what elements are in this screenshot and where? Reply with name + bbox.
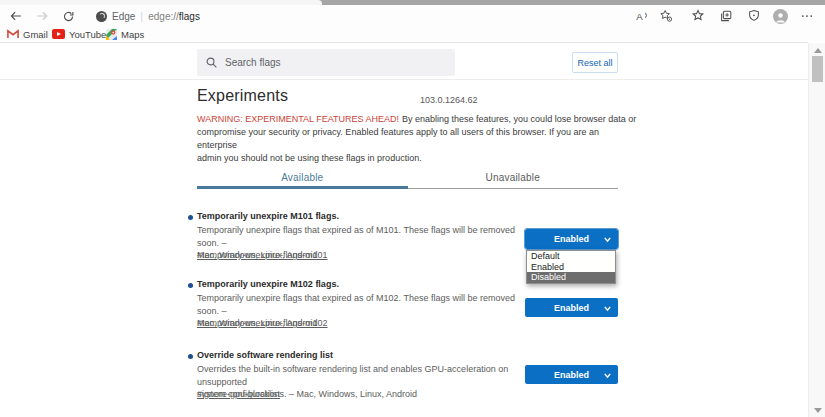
add-favorite-button[interactable] (658, 8, 674, 24)
toolbar: Edge | edge://flags A (0, 5, 825, 26)
url-path: flags (179, 11, 200, 22)
bookmark-label: Gmail (23, 29, 48, 40)
back-button[interactable] (8, 8, 24, 24)
flag-bullet (188, 283, 193, 288)
tab-indicator-inactive (408, 188, 618, 189)
flag-permalink[interactable]: #temporary-unexpire-flags-m102 (197, 318, 328, 328)
search-input[interactable] (225, 57, 425, 68)
refresh-button[interactable] (60, 8, 76, 24)
maps-icon (106, 29, 117, 40)
favorites-icon (691, 9, 705, 23)
browser-essentials-button[interactable] (746, 8, 762, 24)
scrollbar-up-arrow[interactable] (814, 48, 822, 53)
bookmark-label: YouTube (69, 29, 106, 40)
profile-avatar (773, 9, 788, 24)
flag-select-m102[interactable]: Enabled (525, 298, 618, 317)
favorites-button[interactable] (690, 8, 706, 24)
bookmark-youtube[interactable]: YouTube (52, 27, 106, 41)
flag-permalink[interactable]: #ignore-gpu-blocklist (197, 389, 280, 399)
collections-button[interactable] (718, 8, 734, 24)
read-aloud-button[interactable]: A (634, 8, 650, 24)
dropdown-option-disabled[interactable]: Disabled (527, 272, 615, 283)
scrollbar-thumb[interactable] (812, 56, 823, 82)
forward-icon (35, 9, 49, 23)
browser-window: Edge | edge://flags A Gmail (0, 0, 825, 417)
site-label: Edge (112, 11, 135, 22)
flag-permalink[interactable]: #temporary-unexpire-flags-m101 (197, 250, 328, 260)
gmail-icon (7, 29, 19, 39)
bookmark-gmail[interactable]: Gmail (7, 27, 48, 41)
bookmark-label: Maps (121, 29, 144, 40)
url-text[interactable]: edge://flags (148, 11, 200, 22)
site-icon[interactable] (96, 11, 107, 22)
toolbar-divider (0, 42, 808, 43)
url-scheme: edge:// (148, 11, 179, 22)
chevron-down-icon (603, 304, 612, 313)
page-title: Experiments (197, 87, 288, 105)
flag-select-m101[interactable]: Enabled (525, 229, 618, 249)
collections-icon (719, 9, 733, 23)
bookmark-maps[interactable]: Maps (106, 27, 144, 41)
flag-bullet (188, 354, 193, 359)
dropdown-option-default[interactable]: Default (527, 251, 615, 262)
chevron-down-icon (603, 235, 612, 244)
reset-all-button[interactable]: Reset all (572, 52, 618, 73)
flag-tabs: Available Unavailable (197, 168, 618, 193)
header-divider (0, 79, 808, 80)
scrollbar (808, 43, 825, 417)
forward-button[interactable] (34, 8, 50, 24)
address-separator: | (140, 10, 143, 22)
chevron-down-icon (603, 371, 612, 380)
youtube-icon (52, 29, 65, 39)
search-flags-box (197, 49, 455, 76)
search-icon (205, 56, 218, 69)
flag-select-gpu[interactable]: Enabled (525, 365, 618, 384)
tab-unavailable[interactable]: Unavailable (408, 168, 619, 193)
flag-title: Override software rendering list (197, 350, 333, 360)
refresh-icon (62, 10, 75, 23)
warning-text: WARNING: EXPERIMENTAL FEATURES AHEAD!By … (197, 113, 637, 165)
profile-button[interactable] (772, 8, 788, 24)
settings-menu-icon (800, 9, 814, 23)
back-icon (9, 9, 23, 23)
svg-text:A: A (636, 11, 643, 22)
select-dropdown-menu: Default Enabled Disabled (526, 250, 616, 284)
scrollbar-down-arrow[interactable] (814, 408, 822, 413)
read-aloud-icon: A (635, 9, 649, 23)
warning-highlight: WARNING: EXPERIMENTAL FEATURES AHEAD! (197, 114, 399, 124)
flag-title: Temporarily unexpire M101 flags. (197, 211, 339, 221)
flag-title: Temporarily unexpire M102 flags. (197, 279, 339, 289)
add-favorite-icon (659, 9, 673, 23)
version-number: 103.0.1264.62 (420, 95, 478, 105)
bookmarks-bar: Gmail YouTube Maps (0, 26, 825, 42)
tab-indicator-active (197, 186, 408, 189)
browser-essentials-icon (747, 9, 761, 23)
settings-menu-button[interactable] (799, 8, 815, 24)
dropdown-option-enabled[interactable]: Enabled (527, 262, 615, 273)
flag-bullet (188, 215, 193, 220)
address-bar[interactable]: Edge | edge://flags (96, 7, 200, 25)
tab-available[interactable]: Available (197, 168, 408, 193)
